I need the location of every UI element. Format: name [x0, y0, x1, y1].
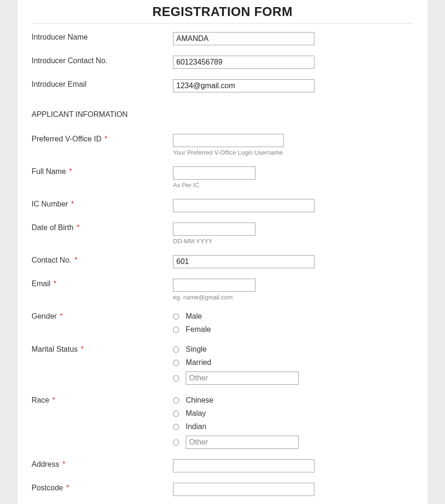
input-dob[interactable]: [173, 223, 255, 236]
row-gender: Gender * Male Female: [32, 311, 413, 334]
row-postcode: Postcode *: [32, 483, 413, 496]
required-marker: *: [52, 396, 55, 404]
divider: [32, 23, 413, 24]
radio-label-married: Married: [186, 358, 211, 367]
radio-row-female[interactable]: Female: [173, 325, 211, 334]
required-marker: *: [53, 280, 56, 288]
required-marker: *: [66, 484, 69, 492]
radio-marital-other[interactable]: [173, 375, 179, 381]
helper-email: eg. name@gmail.com: [173, 294, 233, 301]
input-introducer-name[interactable]: [173, 32, 314, 45]
label-contact-no: Contact No.: [32, 256, 71, 264]
radio-row-married[interactable]: Married: [173, 358, 299, 367]
radio-row-male[interactable]: Male: [173, 312, 211, 321]
required-marker: *: [105, 135, 107, 143]
required-marker: *: [81, 345, 83, 353]
radio-label-single: Single: [186, 345, 206, 354]
radio-malay[interactable]: [173, 411, 179, 417]
radio-row-race-other[interactable]: [173, 436, 299, 449]
row-introducer-email: Introducer Email: [32, 79, 413, 92]
radio-group-gender: Male Female: [173, 312, 211, 334]
required-marker: *: [71, 200, 74, 208]
label-voffice-id: Preferred V-Office ID: [32, 135, 101, 143]
required-marker: *: [60, 312, 63, 320]
label-email: Email: [32, 280, 50, 288]
label-marital: Marital Status: [32, 345, 78, 353]
row-voffice-id: Preferred V-Office ID * Your Preferred V…: [32, 134, 413, 156]
helper-dob: DD-MM-YYYY: [173, 238, 213, 245]
label-gender: Gender: [32, 312, 57, 320]
row-marital: Marital Status * Single Married: [32, 344, 413, 385]
row-email: Email * eg. name@gmail.com: [32, 279, 413, 301]
label-dob: Date of Birth: [32, 223, 74, 231]
required-marker: *: [76, 223, 79, 231]
radio-label-male: Male: [186, 312, 202, 321]
row-ic-number: IC Number *: [32, 199, 413, 212]
row-dob: Date of Birth * DD-MM-YYYY: [32, 223, 413, 245]
radio-male[interactable]: [173, 314, 179, 320]
label-full-name: Full Name: [32, 167, 66, 175]
radio-label-indian: Indian: [186, 422, 206, 431]
helper-full-name: As Per IC: [173, 182, 199, 189]
input-marital-other[interactable]: [186, 372, 299, 385]
row-introducer-name: Introducer Name: [32, 32, 413, 45]
row-contact-no: Contact No. *: [32, 255, 413, 268]
radio-race-other[interactable]: [173, 439, 179, 446]
label-introducer-contact: Introducer Contact No.: [32, 56, 173, 65]
label-address: Address: [32, 460, 59, 468]
input-address[interactable]: [173, 459, 314, 472]
row-address: Address *: [32, 459, 413, 472]
required-marker: *: [69, 167, 72, 175]
radio-female[interactable]: [173, 327, 179, 333]
row-full-name: Full Name * As Per IC: [32, 166, 413, 189]
required-marker: *: [74, 256, 77, 264]
page-title: REGISTRATION FORM: [32, 0, 413, 23]
input-full-name[interactable]: [173, 166, 255, 180]
input-voffice-id[interactable]: [173, 134, 284, 147]
input-race-other[interactable]: [186, 436, 299, 449]
radio-row-indian[interactable]: Indian: [173, 422, 299, 431]
input-email[interactable]: [173, 279, 255, 292]
radio-label-female: Female: [186, 325, 211, 334]
radio-married[interactable]: [173, 360, 179, 366]
label-race: Race: [32, 396, 49, 404]
radio-chinese[interactable]: [173, 397, 179, 404]
label-postcode: Postcode: [32, 484, 63, 492]
radio-row-marital-other[interactable]: [173, 372, 299, 385]
input-ic-number[interactable]: [173, 199, 314, 212]
radio-row-chinese[interactable]: Chinese: [173, 396, 299, 405]
input-introducer-email[interactable]: [173, 79, 314, 92]
radio-label-malay: Malay: [186, 409, 206, 418]
input-postcode[interactable]: [173, 483, 314, 496]
radio-row-single[interactable]: Single: [173, 345, 299, 354]
radio-group-race: Chinese Malay Indian: [173, 396, 299, 449]
label-ic-number: IC Number: [32, 200, 68, 208]
required-marker: *: [62, 460, 65, 468]
radio-indian[interactable]: [173, 424, 179, 430]
radio-single[interactable]: [173, 347, 179, 353]
label-introducer-name: Introducer Name: [32, 32, 173, 41]
section-applicant-info: APPLICANT INFORMATION: [32, 110, 413, 119]
label-introducer-email: Introducer Email: [32, 79, 173, 89]
radio-row-malay[interactable]: Malay: [173, 409, 299, 418]
registration-form-page: REGISTRATION FORM Introducer Name Introd…: [17, 0, 428, 504]
row-race: Race * Chinese Malay Indian: [32, 395, 413, 449]
radio-label-chinese: Chinese: [186, 396, 214, 405]
helper-voffice-id: Your Preferred V-Office Login Username: [173, 149, 283, 156]
input-introducer-contact[interactable]: [173, 56, 314, 69]
input-contact-no[interactable]: [173, 255, 314, 268]
row-introducer-contact: Introducer Contact No.: [32, 56, 413, 69]
radio-group-marital: Single Married: [173, 345, 299, 385]
